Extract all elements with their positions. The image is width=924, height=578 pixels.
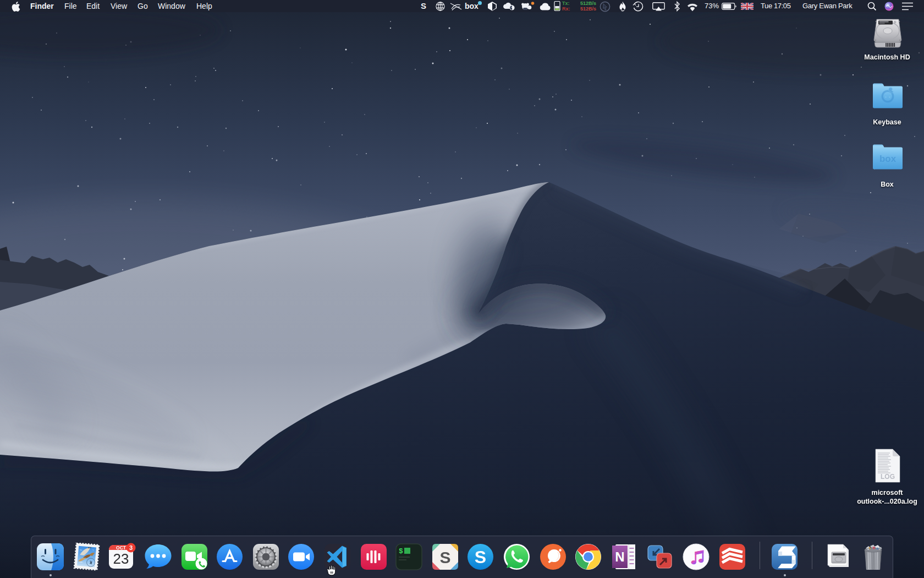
svg-text:LOG: LOG (881, 473, 895, 481)
svg-text:OCT: OCT (116, 545, 127, 550)
svg-text:$: $ (399, 547, 403, 555)
svg-text:S: S (439, 548, 450, 566)
svg-text:N: N (615, 549, 624, 564)
svg-text:3: 3 (129, 544, 133, 551)
svg-text:box: box (879, 154, 897, 164)
svg-text:S: S (475, 547, 486, 567)
svg-text:23: 23 (113, 550, 129, 567)
